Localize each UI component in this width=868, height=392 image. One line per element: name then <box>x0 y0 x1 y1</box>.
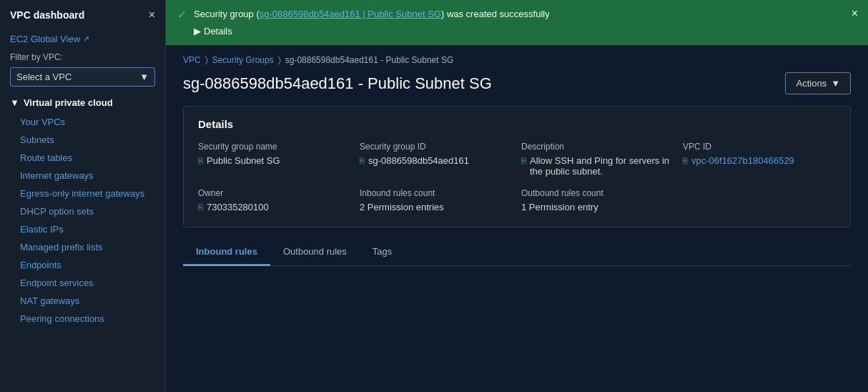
banner-close-button[interactable]: × <box>852 7 858 20</box>
external-link-icon: ↗ <box>83 34 89 44</box>
sidebar-item-subnets[interactable]: Subnets <box>0 131 165 149</box>
breadcrumb-current: sg-0886598db54aed161 - Public Subnet SG <box>285 55 454 65</box>
copy-sg-name-icon[interactable]: ⎘ <box>198 156 203 166</box>
tabs-bar: Inbound rules Outbound rules Tags <box>183 239 851 266</box>
sidebar-item-endpoint-services[interactable]: Endpoint services <box>0 274 165 292</box>
breadcrumb-separator-2: 〉 <box>278 55 281 65</box>
breadcrumb: VPC 〉 Security Groups 〉 sg-0886598db54ae… <box>183 55 851 65</box>
sidebar-title: VPC dashboard <box>10 9 84 21</box>
sidebar-item-your-vpcs[interactable]: Your VPCs <box>0 113 165 131</box>
page-title-row: sg-0886598db54aed161 - Public Subnet SG … <box>183 72 851 94</box>
details-card: Details Security group name ⎘ Public Sub… <box>183 106 851 227</box>
copy-sg-id-icon[interactable]: ⎘ <box>360 156 365 166</box>
sg-link[interactable]: sg-0886598db54aed161 | Public Subnet SG <box>260 9 441 19</box>
detail-label-owner: Owner <box>198 188 351 198</box>
detail-label-description: Description <box>521 142 674 152</box>
vpc-id-link[interactable]: vpc-06f1627b180466529 <box>691 155 794 166</box>
copy-vpc-id-icon[interactable]: ⎘ <box>683 156 688 166</box>
detail-value-vpc-id: ⎘ vpc-06f1627b180466529 <box>683 155 836 166</box>
detail-value-inbound-count: 2 Permission entries <box>360 202 513 212</box>
sidebar-header: VPC dashboard × <box>0 0 165 30</box>
copy-owner-icon[interactable]: ⎘ <box>198 202 203 212</box>
chevron-down-icon: ▼ <box>10 97 19 108</box>
detail-outbound-rules-count: Outbound rules count 1 Permission entry <box>521 188 674 212</box>
detail-vpc-id: VPC ID ⎘ vpc-06f1627b180466529 <box>683 142 836 177</box>
sidebar: VPC dashboard × EC2 Global View ↗ Filter… <box>0 0 166 392</box>
ec2-global-view-link[interactable]: EC2 Global View ↗ <box>0 30 165 48</box>
copy-description-icon[interactable]: ⎘ <box>521 156 526 166</box>
actions-button[interactable]: Actions ▼ <box>785 72 851 94</box>
details-grid: Security group name ⎘ Public Subnet SG S… <box>198 142 836 212</box>
detail-value-sg-name: ⎘ Public Subnet SG <box>198 155 351 166</box>
detail-label-outbound-count: Outbound rules count <box>521 188 674 198</box>
filter-label: Filter by VPC: <box>0 48 165 64</box>
detail-label-inbound-count: Inbound rules count <box>360 188 513 198</box>
success-check-icon: ✓ <box>177 8 187 21</box>
breadcrumb-vpc-link[interactable]: VPC <box>183 55 201 65</box>
details-toggle[interactable]: ▶ Details <box>194 21 857 39</box>
tab-outbound-rules[interactable]: Outbound rules <box>270 239 360 266</box>
detail-value-owner: ⎘ 730335280100 <box>198 202 351 212</box>
page-title: sg-0886598db54aed161 - Public Subnet SG <box>183 74 492 93</box>
virtual-private-cloud-section[interactable]: ▼ Virtual private cloud <box>0 92 165 113</box>
detail-value-outbound-count: 1 Permission entry <box>521 202 674 212</box>
tab-tags[interactable]: Tags <box>360 239 405 266</box>
detail-label-vpc-id: VPC ID <box>683 142 836 152</box>
sidebar-item-nat-gateways[interactable]: NAT gateways <box>0 292 165 310</box>
sidebar-item-route-tables[interactable]: Route tables <box>0 149 165 167</box>
detail-label-sg-name: Security group name <box>198 142 351 152</box>
detail-value-sg-id: ⎘ sg-0886598db54aed161 <box>360 155 513 166</box>
detail-description: Description ⎘ Allow SSH and Ping for ser… <box>521 142 674 177</box>
detail-label-sg-id: Security group ID <box>360 142 513 152</box>
triangle-right-icon: ▶ <box>194 24 201 39</box>
sidebar-item-internet-gateways[interactable]: Internet gateways <box>0 167 165 185</box>
detail-owner: Owner ⎘ 730335280100 <box>198 188 351 212</box>
banner-text: Security group (sg-0886598db54aed161 | P… <box>194 7 857 38</box>
detail-inbound-rules-count: Inbound rules count 2 Permission entries <box>360 188 513 212</box>
breadcrumb-separator-1: 〉 <box>205 55 208 65</box>
sidebar-item-peering[interactable]: Peering connections <box>0 310 165 328</box>
sidebar-item-endpoints[interactable]: Endpoints <box>0 256 165 274</box>
sidebar-item-elastic-ips[interactable]: Elastic IPs <box>0 220 165 238</box>
sidebar-item-managed-prefix[interactable]: Managed prefix lists <box>0 238 165 256</box>
sidebar-close-button[interactable]: × <box>149 9 155 21</box>
detail-security-group-name: Security group name ⎘ Public Subnet SG <box>198 142 351 177</box>
chevron-down-icon: ▼ <box>831 78 840 89</box>
detail-security-group-id: Security group ID ⎘ sg-0886598db54aed161 <box>360 142 513 177</box>
sidebar-item-egress-only[interactable]: Egress-only internet gateways <box>0 185 165 202</box>
tab-inbound-rules[interactable]: Inbound rules <box>183 239 270 266</box>
chevron-down-icon: ▼ <box>139 72 149 82</box>
breadcrumb-security-groups-link[interactable]: Security Groups <box>212 55 274 65</box>
detail-value-description: ⎘ Allow SSH and Ping for servers in the … <box>521 155 674 177</box>
main-content: ✓ Security group (sg-0886598db54aed161 |… <box>166 0 868 392</box>
success-banner: ✓ Security group (sg-0886598db54aed161 |… <box>166 0 868 45</box>
page-content-area: VPC 〉 Security Groups 〉 sg-0886598db54ae… <box>166 45 868 392</box>
sidebar-item-dhcp[interactable]: DHCP option sets <box>0 202 165 220</box>
vpc-filter-select[interactable]: Select a VPC ▼ <box>10 67 155 87</box>
details-card-title: Details <box>198 118 836 130</box>
